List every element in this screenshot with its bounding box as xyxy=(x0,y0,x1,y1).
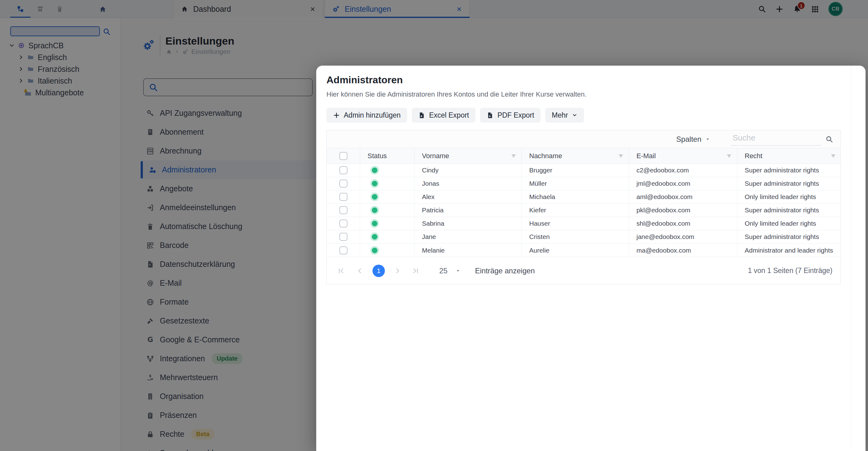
recht-cell: Administrator and leader rights xyxy=(737,244,841,257)
vorname-cell: Jonas xyxy=(414,177,522,190)
column-header-recht[interactable]: Recht xyxy=(737,148,841,164)
row-select-cell xyxy=(327,177,360,190)
button-label: Mehr xyxy=(552,111,568,119)
page-size-value[interactable]: 25 xyxy=(439,266,447,275)
scrollbar-gutter[interactable] xyxy=(851,66,866,448)
table-row[interactable]: Alex Michaela aml@edoobox.com Only limit… xyxy=(327,190,840,204)
table-row[interactable]: Jonas Müller jml@edoobox.com Super admin… xyxy=(327,177,840,190)
row-select-cell xyxy=(327,217,360,230)
row-select-cell xyxy=(327,204,360,217)
drawer-subtitle: Hier können Sie die Administratoren Ihre… xyxy=(327,90,586,98)
pdf-export-button[interactable]: PDF Export xyxy=(480,108,540,122)
status-cell xyxy=(360,164,414,177)
row-checkbox[interactable] xyxy=(339,179,347,188)
email-cell: jane@edoobox.com xyxy=(629,230,737,243)
vorname-cell: Patricia xyxy=(414,204,522,217)
filter-icon[interactable] xyxy=(511,153,517,159)
chevron-down-icon xyxy=(572,112,578,118)
row-checkbox[interactable] xyxy=(339,233,347,241)
status-dot-active xyxy=(372,194,377,200)
email-cell: jml@edoobox.com xyxy=(629,177,737,190)
email-cell: aml@edoobox.com xyxy=(629,190,737,203)
column-header-status[interactable]: Status xyxy=(360,148,414,164)
nachname-cell: Müller xyxy=(522,177,629,190)
status-dot-active xyxy=(372,167,377,173)
recht-cell: Super administrator rights xyxy=(737,164,841,177)
row-checkbox[interactable] xyxy=(339,206,347,214)
email-cell: c2@edoobox.com xyxy=(629,164,737,177)
row-checkbox[interactable] xyxy=(339,166,347,174)
row-checkbox[interactable] xyxy=(339,193,347,201)
pagination-summary: 1 von 1 Seiten (7 Einträge) xyxy=(748,266,833,275)
column-label: E-Mail xyxy=(637,152,656,160)
row-checkbox[interactable] xyxy=(339,246,347,254)
table-rows: Cindy Brugger c2@edoobox.com Super admin… xyxy=(327,164,840,257)
last-page-icon[interactable] xyxy=(411,267,420,275)
table-toolbar: Spalten xyxy=(327,130,840,148)
vorname-cell: Cindy xyxy=(414,164,522,177)
next-page-icon[interactable] xyxy=(394,267,402,275)
file-x-icon xyxy=(418,112,425,119)
previous-page-icon[interactable] xyxy=(356,267,364,275)
button-label: PDF Export xyxy=(497,111,534,119)
table-search xyxy=(731,133,821,146)
status-cell xyxy=(360,230,414,243)
plus-icon xyxy=(333,112,340,119)
column-header-vorname[interactable]: Vorname xyxy=(414,148,522,164)
recht-cell: Super administrator rights xyxy=(737,230,841,243)
row-checkbox[interactable] xyxy=(339,220,347,227)
page-size-caret-icon[interactable] xyxy=(455,268,461,274)
table-row[interactable]: Patricia Kiefer pkl@edoobox.com Super ad… xyxy=(327,204,840,217)
column-label: Nachname xyxy=(529,152,562,160)
drawer-actions: Admin hinzufügen Excel Export PDF Export… xyxy=(327,108,584,122)
table-row[interactable]: Melanie Aurelie ma@edoobox.com Administr… xyxy=(327,244,840,257)
administrators-drawer: Administratoren Hier können Sie die Admi… xyxy=(316,66,866,451)
table-row[interactable]: Jane Cristen jane@edoobox.com Super admi… xyxy=(327,230,840,244)
row-select-cell xyxy=(327,230,360,243)
status-cell xyxy=(360,217,414,230)
nachname-cell: Michaela xyxy=(522,190,629,203)
column-header-e-mail[interactable]: E-Mail xyxy=(629,148,737,164)
column-label: Vorname xyxy=(422,152,449,160)
filter-icon[interactable] xyxy=(726,153,732,159)
columns-dropdown[interactable]: Spalten xyxy=(676,135,710,144)
email-cell: pkl@edoobox.com xyxy=(629,204,737,217)
app-root: Dashboard Einstellungen 1 CB SprachCB En… xyxy=(0,0,868,451)
status-dot-active xyxy=(372,221,377,226)
status-cell xyxy=(360,204,414,217)
column-label: Recht xyxy=(745,152,762,160)
status-cell xyxy=(360,244,414,257)
row-select-cell xyxy=(327,244,360,257)
nachname-cell: Kiefer xyxy=(522,204,629,217)
vorname-cell: Sabrina xyxy=(414,217,522,230)
row-select-cell xyxy=(327,190,360,203)
nachname-cell: Hauser xyxy=(522,217,629,230)
drawer-title: Administratoren xyxy=(327,74,403,86)
column-header-nachname[interactable]: Nachname xyxy=(522,148,629,164)
filter-icon[interactable] xyxy=(618,153,624,159)
nachname-cell: Aurelie xyxy=(522,244,629,257)
entries-label: Einträge anzeigen xyxy=(475,266,535,275)
current-page-button[interactable]: 1 xyxy=(372,265,385,277)
email-cell: shl@edoobox.com xyxy=(629,217,737,230)
first-page-icon[interactable] xyxy=(337,267,345,275)
table-row[interactable]: Sabrina Hauser shl@edoobox.com Only limi… xyxy=(327,217,840,230)
row-select-cell xyxy=(327,164,360,177)
pagination-bar: 1 25 Einträge anzeigen 1 von 1 Seiten (7… xyxy=(327,257,840,284)
recht-cell: Only limited leader rights xyxy=(737,217,841,230)
button-label: Excel Export xyxy=(429,111,469,119)
table-row[interactable]: Cindy Brugger c2@edoobox.com Super admin… xyxy=(327,164,840,177)
table-search-icon[interactable] xyxy=(825,135,833,143)
filter-icon[interactable] xyxy=(830,153,836,159)
admin-hinzuf-gen-button[interactable]: Admin hinzufügen xyxy=(327,108,407,122)
email-cell: ma@edoobox.com xyxy=(629,244,737,257)
mehr-button[interactable]: Mehr xyxy=(545,108,584,122)
status-cell xyxy=(360,190,414,203)
table-search-input[interactable] xyxy=(731,133,821,146)
recht-cell: Only limited leader rights xyxy=(737,190,841,203)
status-dot-active xyxy=(372,248,377,253)
column-label: Status xyxy=(368,152,387,160)
recht-cell: Super administrator rights xyxy=(737,177,841,190)
excel-export-button[interactable]: Excel Export xyxy=(412,108,475,122)
select-all-checkbox[interactable] xyxy=(339,152,347,160)
